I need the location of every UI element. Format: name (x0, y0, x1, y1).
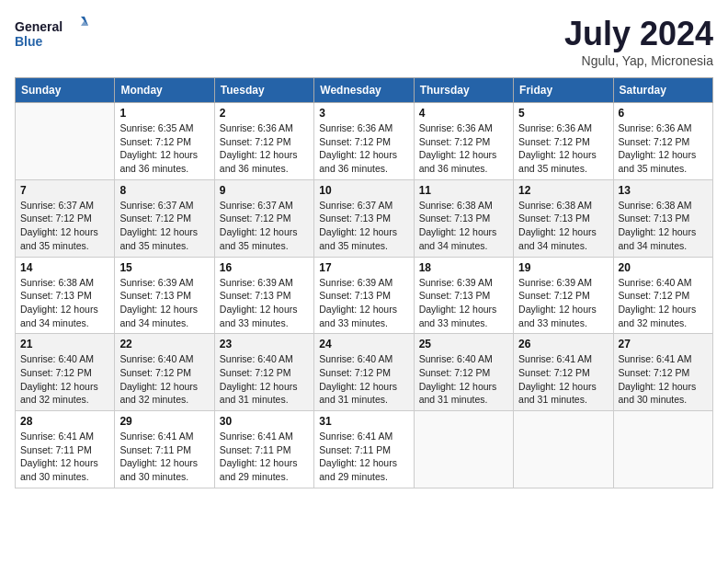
day-info: Sunrise: 6:36 AMSunset: 7:12 PMDaylight:… (518, 122, 597, 174)
day-header: Friday (514, 78, 613, 103)
svg-text:Blue: Blue (15, 34, 43, 49)
day-header: Monday (115, 78, 214, 103)
day-number: 23 (220, 338, 309, 350)
calendar-cell: 19 Sunrise: 6:39 AMSunset: 7:12 PMDaylig… (514, 257, 613, 334)
day-number: 9 (220, 184, 309, 197)
page-header: General Blue July 2024 Ngulu, Yap, Micro… (15, 15, 713, 68)
calendar-cell: 5 Sunrise: 6:36 AMSunset: 7:12 PMDayligh… (514, 103, 613, 180)
day-info: Sunrise: 6:39 AMSunset: 7:12 PMDaylight:… (518, 277, 597, 328)
day-number: 25 (419, 338, 508, 350)
calendar-cell: 7 Sunrise: 6:37 AMSunset: 7:12 PMDayligh… (16, 179, 115, 257)
day-number: 28 (20, 415, 109, 428)
day-info: Sunrise: 6:40 AMSunset: 7:12 PMDaylight:… (419, 353, 497, 405)
calendar-cell: 4 Sunrise: 6:36 AMSunset: 7:12 PMDayligh… (414, 103, 513, 180)
day-info: Sunrise: 6:40 AMSunset: 7:12 PMDaylight:… (619, 277, 697, 328)
calendar-cell: 30 Sunrise: 6:41 AMSunset: 7:11 PMDaylig… (214, 411, 313, 488)
day-info: Sunrise: 6:41 AMSunset: 7:11 PMDaylight:… (119, 431, 198, 482)
calendar-cell: 21 Sunrise: 6:40 AMSunset: 7:12 PMDaylig… (16, 334, 115, 411)
day-number: 4 (419, 107, 508, 120)
logo: General Blue (15, 15, 88, 55)
day-info: Sunrise: 6:36 AMSunset: 7:12 PMDaylight:… (619, 122, 697, 174)
calendar-cell (414, 411, 513, 488)
day-number: 8 (119, 184, 209, 197)
day-info: Sunrise: 6:40 AMSunset: 7:12 PMDaylight:… (319, 353, 397, 405)
day-info: Sunrise: 6:41 AMSunset: 7:12 PMDaylight:… (518, 353, 597, 405)
day-number: 21 (20, 338, 109, 350)
day-header: Tuesday (214, 78, 313, 103)
calendar-cell: 25 Sunrise: 6:40 AMSunset: 7:12 PMDaylig… (414, 334, 513, 411)
day-header: Saturday (613, 78, 712, 103)
calendar-cell (514, 411, 613, 488)
calendar-cell: 27 Sunrise: 6:41 AMSunset: 7:12 PMDaylig… (613, 334, 712, 411)
calendar-week-row: 14 Sunrise: 6:38 AMSunset: 7:13 PMDaylig… (16, 257, 713, 334)
day-number: 24 (319, 338, 408, 350)
day-info: Sunrise: 6:40 AMSunset: 7:12 PMDaylight:… (119, 353, 198, 405)
svg-marker-3 (81, 20, 88, 26)
day-info: Sunrise: 6:37 AMSunset: 7:12 PMDaylight:… (119, 200, 198, 251)
day-number: 19 (518, 261, 608, 274)
day-info: Sunrise: 6:37 AMSunset: 7:13 PMDaylight:… (319, 200, 397, 251)
svg-text:General: General (15, 19, 63, 34)
day-info: Sunrise: 6:38 AMSunset: 7:13 PMDaylight:… (619, 200, 697, 251)
day-number: 13 (619, 184, 708, 197)
calendar-week-row: 21 Sunrise: 6:40 AMSunset: 7:12 PMDaylig… (16, 334, 713, 411)
day-info: Sunrise: 6:40 AMSunset: 7:12 PMDaylight:… (20, 353, 98, 405)
day-info: Sunrise: 6:39 AMSunset: 7:13 PMDaylight:… (319, 277, 397, 328)
day-number: 1 (119, 107, 209, 120)
calendar-cell: 11 Sunrise: 6:38 AMSunset: 7:13 PMDaylig… (414, 179, 513, 257)
day-header: Sunday (16, 78, 115, 103)
calendar-cell: 22 Sunrise: 6:40 AMSunset: 7:12 PMDaylig… (115, 334, 214, 411)
day-info: Sunrise: 6:41 AMSunset: 7:11 PMDaylight:… (220, 431, 298, 482)
calendar-cell: 26 Sunrise: 6:41 AMSunset: 7:12 PMDaylig… (514, 334, 613, 411)
day-number: 15 (119, 261, 209, 274)
calendar-cell: 2 Sunrise: 6:36 AMSunset: 7:12 PMDayligh… (214, 103, 313, 180)
calendar-cell (613, 411, 712, 488)
day-number: 6 (619, 107, 708, 120)
calendar-cell: 15 Sunrise: 6:39 AMSunset: 7:13 PMDaylig… (115, 257, 214, 334)
day-number: 18 (419, 261, 508, 274)
day-info: Sunrise: 6:41 AMSunset: 7:12 PMDaylight:… (619, 353, 697, 405)
day-info: Sunrise: 6:39 AMSunset: 7:13 PMDaylight:… (220, 277, 298, 328)
day-number: 17 (319, 261, 408, 274)
calendar-cell: 12 Sunrise: 6:38 AMSunset: 7:13 PMDaylig… (514, 179, 613, 257)
calendar-cell: 24 Sunrise: 6:40 AMSunset: 7:12 PMDaylig… (314, 334, 414, 411)
day-number: 5 (518, 107, 608, 120)
calendar-cell (16, 103, 115, 180)
day-info: Sunrise: 6:38 AMSunset: 7:13 PMDaylight:… (419, 200, 497, 251)
calendar-cell: 6 Sunrise: 6:36 AMSunset: 7:12 PMDayligh… (613, 103, 712, 180)
calendar-cell: 16 Sunrise: 6:39 AMSunset: 7:13 PMDaylig… (214, 257, 313, 334)
calendar-cell: 13 Sunrise: 6:38 AMSunset: 7:13 PMDaylig… (613, 179, 712, 257)
day-info: Sunrise: 6:41 AMSunset: 7:11 PMDaylight:… (319, 431, 397, 482)
logo-svg: General Blue (15, 15, 88, 55)
day-header: Wednesday (314, 78, 414, 103)
day-info: Sunrise: 6:35 AMSunset: 7:12 PMDaylight:… (119, 122, 198, 174)
calendar-week-row: 7 Sunrise: 6:37 AMSunset: 7:12 PMDayligh… (16, 179, 713, 257)
day-number: 31 (319, 415, 408, 428)
day-info: Sunrise: 6:40 AMSunset: 7:12 PMDaylight:… (220, 353, 298, 405)
day-info: Sunrise: 6:39 AMSunset: 7:13 PMDaylight:… (119, 277, 198, 328)
calendar-week-row: 1 Sunrise: 6:35 AMSunset: 7:12 PMDayligh… (16, 103, 713, 180)
calendar-cell: 23 Sunrise: 6:40 AMSunset: 7:12 PMDaylig… (214, 334, 313, 411)
day-number: 20 (619, 261, 708, 274)
location: Ngulu, Yap, Micronesia (564, 53, 713, 68)
calendar-cell: 18 Sunrise: 6:39 AMSunset: 7:13 PMDaylig… (414, 257, 513, 334)
day-number: 11 (419, 184, 508, 197)
day-number: 7 (20, 184, 109, 197)
day-number: 12 (518, 184, 608, 197)
day-info: Sunrise: 6:41 AMSunset: 7:11 PMDaylight:… (20, 431, 98, 482)
day-info: Sunrise: 6:37 AMSunset: 7:12 PMDaylight:… (220, 200, 298, 251)
day-info: Sunrise: 6:39 AMSunset: 7:13 PMDaylight:… (419, 277, 497, 328)
calendar-cell: 14 Sunrise: 6:38 AMSunset: 7:13 PMDaylig… (16, 257, 115, 334)
day-info: Sunrise: 6:36 AMSunset: 7:12 PMDaylight:… (419, 122, 497, 174)
day-number: 2 (220, 107, 309, 120)
day-info: Sunrise: 6:38 AMSunset: 7:13 PMDaylight:… (518, 200, 597, 251)
calendar-cell: 29 Sunrise: 6:41 AMSunset: 7:11 PMDaylig… (115, 411, 214, 488)
day-number: 10 (319, 184, 408, 197)
day-header: Thursday (414, 78, 513, 103)
calendar-cell: 8 Sunrise: 6:37 AMSunset: 7:12 PMDayligh… (115, 179, 214, 257)
day-info: Sunrise: 6:38 AMSunset: 7:13 PMDaylight:… (20, 277, 98, 328)
calendar-cell: 28 Sunrise: 6:41 AMSunset: 7:11 PMDaylig… (16, 411, 115, 488)
day-info: Sunrise: 6:36 AMSunset: 7:12 PMDaylight:… (319, 122, 397, 174)
calendar-header-row: SundayMondayTuesdayWednesdayThursdayFrid… (16, 78, 713, 103)
day-info: Sunrise: 6:37 AMSunset: 7:12 PMDaylight:… (20, 200, 98, 251)
